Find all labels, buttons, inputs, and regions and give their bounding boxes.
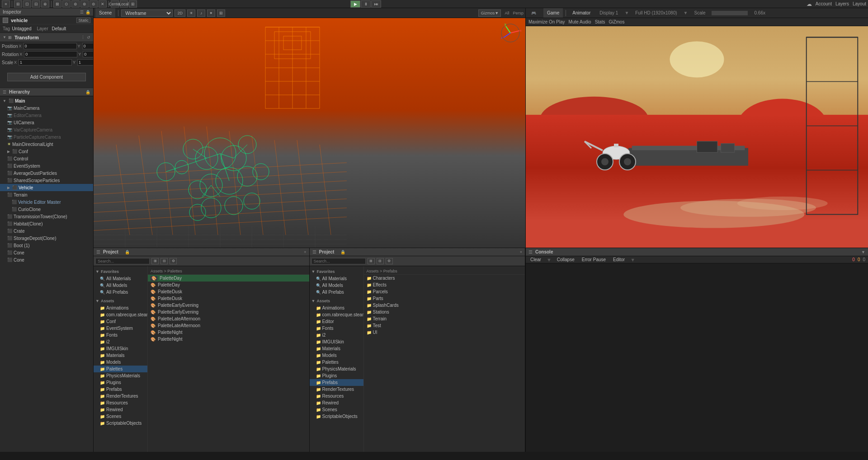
toolbar-btn-9[interactable]: ⊜ [90,0,98,8]
hier-item-crate[interactable]: ⬛ Crate [0,227,93,235]
hier-item-editorcamera[interactable]: 📷 EditorCamera [0,112,93,119]
project2-filter-btn[interactable]: ⊞ [368,258,375,264]
game-resolution-label[interactable]: Full HD (1920x1080) [632,8,680,18]
palette-night-2[interactable]: 🎨 PaletteNight [148,336,309,343]
asset2-editor[interactable]: 📁 Editor [310,318,363,325]
toolbar-btn-4[interactable]: ⊕ [41,0,49,8]
hier-item-cone1[interactable]: ⬛ Cone [0,249,93,256]
layer-value[interactable]: Default [52,26,66,31]
transform-reset-icon[interactable]: ↺ [87,35,90,40]
project1-view-btn[interactable]: ⊟ [160,258,168,264]
hier-item-transmissiontower[interactable]: ⬛ TransmissionTower(Clone) [0,213,93,220]
palette-dusk-2[interactable]: 🎨 PaletteDusk [148,295,309,302]
fav2-all-prefabs[interactable]: 🔍 All Prefabs [310,289,363,296]
fav2-all-models[interactable]: 🔍 All Models [310,282,363,289]
prefab-characters[interactable]: 📁 Characters [364,275,525,282]
project2-plus-icon[interactable]: + [520,250,522,254]
asset-fonts[interactable]: 📁 Fonts [94,332,147,338]
fav-all-materials[interactable]: 🔍 All Materials [94,275,147,282]
palette-lateafternoon-2[interactable]: 🎨 PaletteLateAfternoon [148,322,309,329]
inspector-options-icon[interactable]: ☰ [80,10,84,14]
prefab-terrain[interactable]: 📁 Terrain [364,315,525,322]
add-component-button[interactable]: Add Component [7,73,86,81]
scene-effects-toggle[interactable]: ✦ [207,9,215,17]
asset2-imguiskin[interactable]: 📁 IMGUISkin [310,338,363,345]
toolbar-btn-2[interactable]: ⊡ [23,0,31,8]
asset-eventsystem[interactable]: 📁 EventSystem [94,325,147,332]
transform-arrow[interactable]: ▼ [3,35,6,39]
hier-item-maincamera[interactable]: 📷 MainCamera [0,104,93,112]
toolbar-btn-10[interactable]: ✕ [99,0,107,8]
asset2-i2[interactable]: 📁 i2 [310,332,363,338]
project1-settings-btn[interactable]: ⚙ [170,258,177,264]
toolbar-btn-3[interactable]: ⊟ [32,0,40,8]
toolbar-btn-extra[interactable]: ⊞ [129,0,137,8]
asset-palettes[interactable]: 📁 Palettes [94,366,147,372]
console-collapse-btn[interactable]: Collapse [555,257,576,262]
toolbar-btn-5[interactable]: ⊠ [53,0,61,8]
static-badge[interactable]: Static [76,18,90,23]
palette-day-2[interactable]: 🎨 PaletteDay [148,282,309,288]
console-errorpause-btn[interactable]: Error Pause [580,257,608,262]
fav-all-models[interactable]: 🔍 All Models [94,282,147,289]
project1-lock-icon[interactable]: 🔒 [125,250,130,254]
transform-options-icon[interactable]: ⋮ [81,35,85,40]
asset2-resources[interactable]: 📁 Resources [310,393,363,399]
hier-item-storagedepot[interactable]: ⬛ StorageDepot(Clone) [0,235,93,242]
scene-view[interactable]: Scene Wireframe Shaded Shaded Wireframe … [94,8,525,248]
hier-item-habitat[interactable]: ⬛ Habitat(Clone) [0,220,93,227]
asset-scriptableobjects[interactable]: 📁 ScriptableObjects [94,420,147,427]
prefab-test[interactable]: 📁 Test [364,322,525,329]
inspector-lock-icon[interactable]: 🔒 [85,10,90,14]
asset-prefabs[interactable]: 📁 Prefabs [94,386,147,393]
palette-earlyevening-2[interactable]: 🎨 PaletteEarlyEvening [148,309,309,315]
palette-dusk-1[interactable]: 🎨 PaletteDusk [148,288,309,295]
game-tab[interactable]: Game [543,8,563,18]
pos-x-input[interactable] [24,43,77,49]
prefab-parcels[interactable]: 📁 Parcels [364,288,525,295]
console-clear-btn[interactable]: Clear [528,257,543,262]
game-view-label[interactable]: 🎮 [528,8,540,18]
scale-y-input[interactable] [77,59,94,66]
hier-item-main[interactable]: ▼ ⬛ Main [0,97,93,104]
prefab-parts[interactable]: 📁 Parts [364,295,525,302]
wireframe-dropdown[interactable]: Wireframe Shaded Shaded Wireframe [121,9,173,17]
project2-settings-btn[interactable]: ⚙ [386,258,393,264]
center-toggle[interactable]: Center [111,0,119,8]
scene-audio-toggle[interactable]: ♪ [197,9,205,17]
asset2-fonts[interactable]: 📁 Fonts [310,325,363,332]
project2-search[interactable] [311,258,366,264]
scene-tab[interactable]: Scene [95,8,115,18]
asset2-models[interactable]: 📁 Models [310,352,363,359]
asset2-plugins[interactable]: 📁 Plugins [310,372,363,379]
game-view[interactable]: 🎮 Game Animator Display 1 ▼ Full HD (192… [525,8,868,248]
prefab-splashcards[interactable]: 📁 SplashCards [364,302,525,309]
hier-item-directionallight[interactable]: ☀ MainDirectionalLight [0,141,93,148]
asset2-scenes[interactable]: 📁 Scenes [310,406,363,413]
asset2-scriptableobjects[interactable]: 📁 ScriptableObjects [310,413,363,420]
rot-y-input[interactable] [83,51,94,57]
asset-models[interactable]: 📁 Models [94,359,147,366]
hier-item-vehicle[interactable]: ▶ ⬛ Vehicle [0,184,93,191]
asset-scenes[interactable]: 📁 Scenes [94,413,147,420]
project1-plus-icon[interactable]: + [304,250,306,254]
project2-lock-icon[interactable]: 🔒 [340,250,345,254]
asset-rendertextures[interactable]: 📁 RenderTextures [94,393,147,399]
asset2-palettes[interactable]: 📁 Palettes [310,359,363,366]
active-checkbox[interactable] [3,18,8,23]
asset-plugins[interactable]: 📁 Plugins [94,379,147,386]
project2-view-btn[interactable]: ⊟ [377,258,384,264]
hier-item-dustparticles[interactable]: ⬛ AverageDustParticles [0,169,93,177]
asset2-rewired[interactable]: 📁 Rewired [310,399,363,406]
unity-menu[interactable]: ≡ [2,0,10,8]
project1-filter-btn[interactable]: ⊞ [151,258,159,264]
scene-lighting-toggle[interactable]: ☀ [187,9,195,17]
asset-i2[interactable]: 📁 i2 [94,338,147,345]
asset2-animations[interactable]: 📁 Animations [310,305,363,311]
console-collapse-icon[interactable]: ▼ [861,250,865,254]
stats-btn[interactable]: Stats [595,19,605,24]
pause-button[interactable]: ⏸ [361,0,371,8]
prefab-effects[interactable]: 📁 Effects [364,282,525,288]
scene-canvas[interactable]: x y z [94,18,525,248]
maximize-on-play-btn[interactable]: Maximize On Play [528,19,565,24]
